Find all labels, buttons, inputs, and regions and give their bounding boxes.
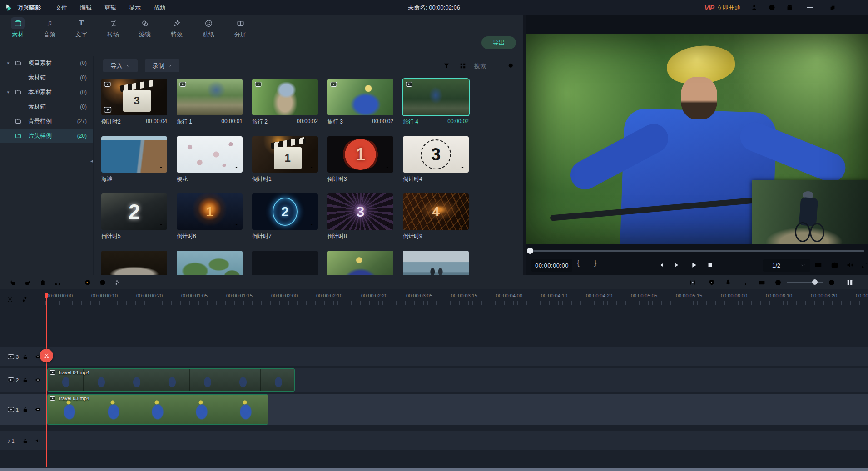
download-icon[interactable] [233, 221, 240, 228]
media-item-旅行 3[interactable]: 旅行 300:00:02 [327, 79, 393, 115]
mute-track-icon[interactable] [35, 437, 41, 444]
record-button[interactable]: 录制 [145, 59, 179, 72]
download-icon[interactable] [158, 221, 164, 228]
download-icon[interactable] [459, 221, 466, 228]
undo-icon[interactable] [9, 278, 17, 287]
toggle-visibility-icon[interactable] [35, 377, 41, 383]
search-input[interactable] [474, 60, 505, 72]
menu-item-4[interactable]: 帮助 [149, 2, 170, 13]
media-item-倒计时4[interactable]: 3倒计时4 [403, 136, 469, 173]
import-button[interactable]: 导入 [103, 59, 138, 72]
grid-view-icon[interactable] [459, 62, 467, 70]
play-button[interactable] [689, 261, 698, 269]
close-button[interactable] [849, 5, 862, 11]
tab-特效[interactable]: 特效 [161, 15, 193, 41]
account-icon[interactable] [750, 4, 758, 11]
download-icon[interactable] [233, 164, 240, 171]
media-item-倒计时5[interactable]: 2倒计时5 [101, 193, 167, 230]
export-button[interactable]: 导出 [481, 36, 516, 49]
preview-seek-bar[interactable] [530, 250, 864, 252]
add-text-icon[interactable] [69, 278, 77, 287]
render-preview-icon[interactable] [689, 278, 697, 287]
lock-track-icon[interactable] [22, 353, 29, 360]
voiceover-mic-icon[interactable] [724, 278, 732, 287]
audio-mixer-icon[interactable] [740, 278, 749, 287]
menu-item-0[interactable]: 文件 [51, 2, 72, 13]
media-item-海滩[interactable]: 海滩 [101, 136, 167, 173]
media-item-旅行 2[interactable]: 旅行 200:00:02 [252, 79, 318, 115]
pip-video[interactable] [752, 180, 868, 244]
sidebar-item-本地素材-2[interactable]: ▼本地素材(0) [0, 85, 93, 99]
media-item-倒计时6[interactable]: 1倒计时6 [177, 193, 243, 230]
download-icon[interactable] [308, 221, 315, 228]
feedback-icon[interactable] [768, 4, 776, 11]
tab-转场[interactable]: 转场 [97, 15, 129, 41]
region-select-icon[interactable] [6, 296, 14, 303]
search-icon[interactable] [507, 62, 515, 70]
filter-icon[interactable] [442, 62, 451, 70]
lock-track-icon[interactable] [22, 437, 29, 444]
minimize-button[interactable] [804, 7, 816, 8]
menu-item-2[interactable]: 剪辑 [100, 2, 121, 13]
download-icon[interactable] [384, 164, 391, 171]
stop-button[interactable] [706, 261, 714, 269]
store-icon[interactable] [786, 4, 794, 11]
sidebar-item-素材箱-3[interactable]: 素材箱(0) [0, 100, 93, 114]
mark-out-icon[interactable]: } [594, 258, 597, 268]
vip-upgrade-button[interactable]: VIP 立即开通 [704, 4, 740, 12]
tab-滤镜[interactable]: 滤镜 [129, 15, 161, 41]
sidebar-item-项目素材-0[interactable]: ▼项目素材(0) [0, 56, 93, 70]
previous-frame-button[interactable] [657, 261, 665, 269]
lock-track-icon[interactable] [22, 377, 29, 383]
download-icon[interactable] [384, 221, 391, 228]
media-item-倒计时3[interactable]: 1倒计时3 [327, 136, 393, 173]
speech-to-text-icon[interactable] [84, 278, 92, 287]
sidebar-item-素材箱-1[interactable]: 素材箱(0) [0, 71, 93, 84]
volume-icon[interactable] [846, 261, 854, 269]
media-item-樱花[interactable]: 樱花 [177, 136, 243, 173]
media-item-旅行 1[interactable]: 旅行 100:00:01 [177, 79, 243, 115]
playhead[interactable] [46, 293, 47, 467]
marker-icon[interactable] [708, 278, 716, 287]
text-to-speech-icon[interactable] [99, 278, 107, 287]
display-device-icon[interactable] [814, 261, 823, 269]
timeline-zoom-slider[interactable] [787, 282, 823, 283]
timeline-clip-Travel 03.mp4[interactable]: Travel 03.mp4 [47, 394, 268, 425]
media-item-倒计时9[interactable]: 4倒计时9 [403, 193, 469, 230]
media-item-倒计时1[interactable]: 1倒计时1 [252, 136, 318, 173]
mark-in-icon[interactable]: { [577, 258, 580, 268]
download-icon[interactable] [308, 164, 315, 171]
media-item-倒计时7[interactable]: 2倒计时7 [252, 193, 318, 230]
menu-item-1[interactable]: 编辑 [75, 2, 96, 13]
adjust-icon[interactable] [114, 278, 122, 287]
panel-layout-icon[interactable] [846, 278, 854, 287]
media-item-倒计时8[interactable]: 3倒计时8 [327, 193, 393, 230]
zoom-in-icon[interactable] [828, 278, 836, 287]
caret-down-icon[interactable]: ▼ [6, 61, 10, 65]
sidebar-item-片头样例-5[interactable]: 片头样例(20) [0, 129, 93, 143]
preview-seek-handle[interactable] [527, 248, 533, 254]
tab-贴纸[interactable]: 贴纸 [193, 15, 224, 41]
tab-音频[interactable]: ♫音频 [34, 15, 65, 41]
fit-timeline-icon[interactable] [758, 278, 766, 287]
sidebar-item-背景样例-4[interactable]: 背景样例(27) [0, 114, 93, 128]
tab-分屏[interactable]: 分屏 [224, 15, 256, 41]
split-scissors-icon[interactable] [54, 278, 62, 287]
link-clips-icon[interactable] [21, 296, 28, 303]
preview-zoom-select[interactable]: 1/2 [763, 259, 810, 272]
caret-down-icon[interactable]: ▼ [6, 90, 10, 94]
restore-button[interactable] [826, 5, 839, 11]
snapshot-icon[interactable] [830, 261, 839, 269]
horizontal-scrollbar[interactable] [0, 468, 868, 471]
playhead-scissors-button[interactable] [40, 349, 53, 362]
tab-素材[interactable]: 素材 [2, 15, 34, 41]
media-item-旅行 4[interactable]: 旅行 400:00:02 [403, 79, 469, 115]
menu-item-3[interactable]: 显示 [124, 2, 145, 13]
timeline-clip-Travel 04.mp4[interactable]: Travel 04.mp4 [47, 368, 295, 392]
fullscreen-icon[interactable] [860, 261, 868, 269]
next-frame-button[interactable] [673, 261, 682, 269]
tab-文字[interactable]: T文字 [65, 15, 97, 41]
timeline-ruler[interactable]: 00:00:00:0000:00:00:1000:00:00:2000:00:0… [45, 293, 868, 305]
preview-video[interactable] [526, 34, 868, 244]
toggle-visibility-icon[interactable] [35, 406, 41, 413]
